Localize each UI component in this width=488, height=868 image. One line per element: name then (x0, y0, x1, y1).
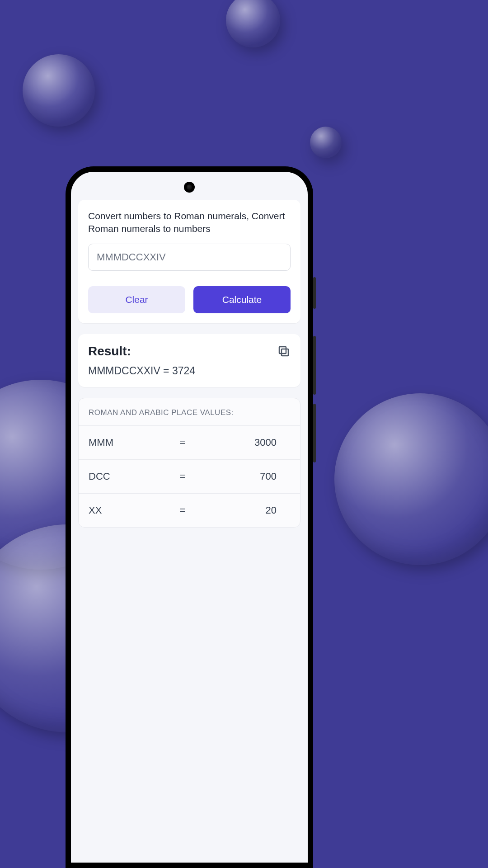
phone-side-button (313, 336, 316, 395)
bg-sphere (23, 54, 95, 127)
converter-card: Convert numbers to Roman numerals, Conve… (78, 200, 300, 323)
bg-sphere (334, 393, 488, 565)
phone-camera (184, 182, 195, 193)
place-values-title: ROMAN AND ARABIC PLACE VALUES: (79, 398, 300, 425)
copy-icon[interactable] (277, 344, 291, 358)
phone-frame: Convert numbers to Roman numerals, Conve… (66, 166, 313, 868)
pv-value: 3000 (202, 437, 290, 448)
svg-rect-1 (279, 347, 286, 354)
table-row: MMM = 3000 (79, 425, 300, 459)
result-card: Result: MMMDCCXXIV = 3724 (78, 334, 300, 387)
pv-roman: DCC (89, 471, 164, 482)
pv-value: 20 (202, 505, 290, 516)
pv-roman: MMM (89, 437, 164, 448)
place-values-card: ROMAN AND ARABIC PLACE VALUES: MMM = 300… (78, 398, 300, 528)
pv-equals: = (164, 471, 201, 482)
pv-roman: XX (89, 505, 164, 516)
pv-value: 700 (202, 471, 290, 482)
numeral-input[interactable] (88, 244, 291, 271)
bg-sphere (310, 127, 342, 158)
table-row: DCC = 700 (79, 459, 300, 493)
clear-button[interactable]: Clear (88, 286, 185, 313)
svg-rect-0 (282, 349, 288, 356)
result-value: MMMDCCXXIV = 3724 (88, 365, 291, 377)
calculate-button[interactable]: Calculate (193, 286, 291, 313)
bg-sphere (226, 0, 280, 47)
table-row: XX = 20 (79, 493, 300, 527)
button-row: Clear Calculate (88, 286, 291, 313)
pv-equals: = (164, 505, 201, 516)
phone-side-button (313, 404, 316, 462)
converter-description: Convert numbers to Roman numerals, Conve… (88, 210, 291, 236)
phone-side-button (313, 277, 316, 309)
result-title: Result: (88, 344, 131, 359)
phone-screen: Convert numbers to Roman numerals, Conve… (71, 172, 308, 863)
pv-equals: = (164, 437, 201, 448)
